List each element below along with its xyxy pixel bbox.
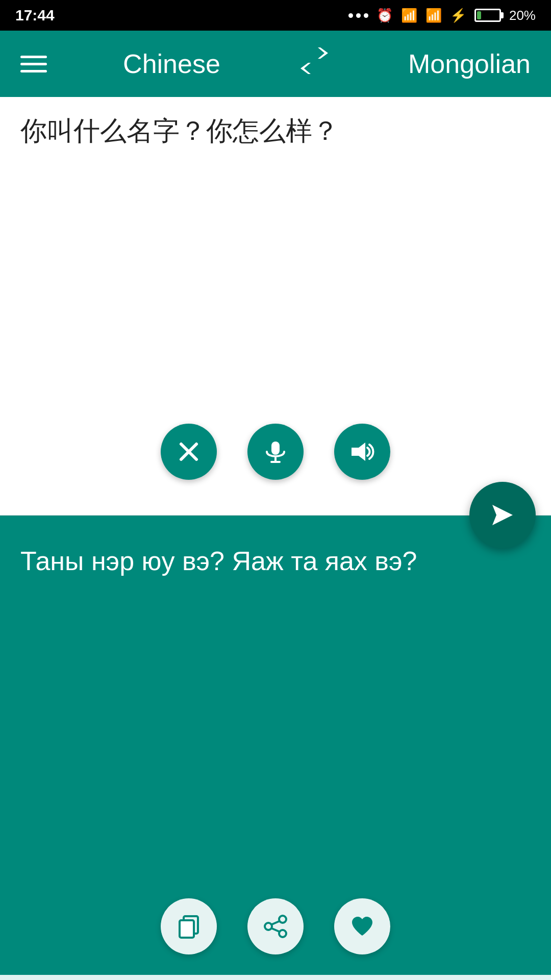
menu-button[interactable] [20, 56, 47, 72]
target-language-button[interactable]: Mongolian [408, 48, 531, 79]
alarm-icon: ⏰ [377, 8, 393, 23]
source-text-input[interactable] [20, 112, 531, 408]
svg-point-11 [279, 930, 286, 937]
copy-button[interactable] [161, 898, 217, 954]
svg-point-10 [265, 923, 272, 930]
status-bar: 17:44 ⏰ 📶 📶 ⚡ 20% [0, 0, 551, 31]
speak-button[interactable] [334, 424, 390, 480]
sim-icon: 📶 [401, 8, 417, 23]
swap-languages-button[interactable] [296, 45, 332, 83]
svg-rect-8 [180, 920, 194, 938]
svg-marker-6 [492, 505, 513, 525]
svg-point-9 [279, 916, 286, 923]
toolbar: Chinese Mongolian [0, 31, 551, 97]
share-button[interactable] [247, 898, 304, 954]
svg-rect-2 [271, 442, 280, 455]
input-action-buttons [20, 424, 531, 490]
translate-button[interactable] [469, 482, 536, 548]
three-dots-icon [348, 13, 368, 18]
battery-percent: 20% [509, 8, 536, 23]
microphone-button[interactable] [247, 424, 304, 480]
output-area: Таны нэр юу вэ? Яаж та яах вэ? [0, 516, 551, 975]
charging-icon: ⚡ [450, 8, 466, 23]
status-time: 17:44 [15, 7, 55, 24]
battery-icon [474, 9, 501, 22]
source-language-button[interactable]: Chinese [123, 48, 220, 79]
status-icons: ⏰ 📶 📶 ⚡ 20% [348, 8, 536, 23]
input-area [0, 97, 551, 516]
clear-button[interactable] [161, 424, 217, 480]
favorite-button[interactable] [334, 898, 390, 954]
svg-line-12 [272, 921, 279, 924]
output-action-buttons [20, 898, 531, 954]
svg-line-13 [272, 928, 279, 932]
signal-icon: 📶 [425, 8, 442, 23]
svg-marker-5 [352, 443, 365, 461]
translated-text: Таны нэр юу вэ? Яаж та яах вэ? [20, 541, 531, 581]
